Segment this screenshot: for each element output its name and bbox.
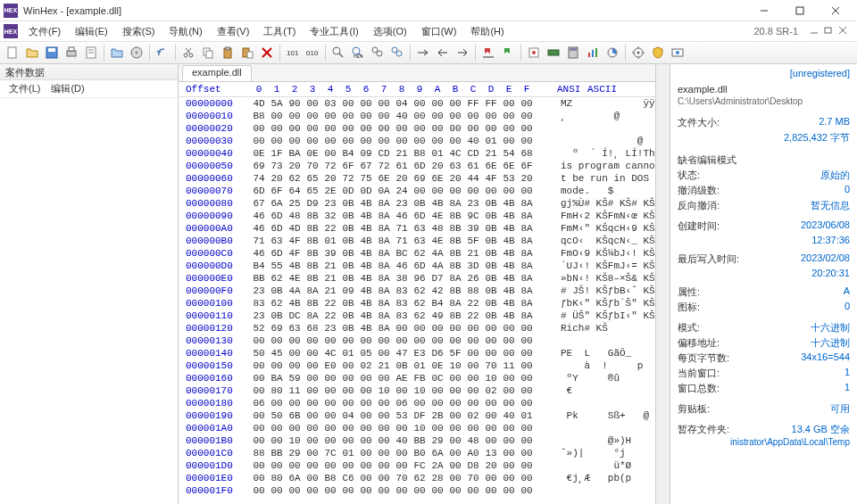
hex-ascii[interactable]: ´UJ‹! KŠFmJ‹= KŠ: [536, 260, 655, 272]
hex-row[interactable]: 0000017000801100000000100010000000020000…: [179, 384, 655, 397]
open-folder-icon[interactable]: [108, 44, 126, 62]
hex-row[interactable]: 0000005069732070726F6772616D2063616E6E6F…: [179, 160, 655, 172]
hex-col-header[interactable]: D: [482, 84, 500, 95]
find-hex-icon[interactable]: HEX: [349, 44, 367, 62]
hex-row[interactable]: 00000080676A25D9230B4B8A230B4B8A230B4B8A…: [179, 197, 655, 210]
hex-bytes[interactable]: 4D5A90000300000004000000FFFF0000: [250, 97, 536, 110]
hex-offset[interactable]: 000000B0: [179, 235, 250, 247]
hex-ascii[interactable]: FmM‹" KŠqcH‹9 KŠ: [536, 222, 655, 235]
offset-header[interactable]: Offset: [179, 84, 250, 95]
hex-col-header[interactable]: 2: [286, 84, 304, 95]
hex-ascii[interactable]: # ÜŠ" KŠƒbI‹" KŠ: [536, 310, 655, 322]
hex-offset[interactable]: 000001A0: [179, 422, 250, 434]
close-button[interactable]: [818, 0, 853, 21]
case-menu-file[interactable]: 文件(L): [4, 80, 46, 97]
hex-bytes[interactable]: 00000000E00002210B010E1000701100: [250, 359, 536, 372]
hex-ascii[interactable]: ¸ @: [536, 110, 620, 122]
hex-bytes[interactable]: 00000000000000000010000000000000: [250, 422, 536, 434]
hex-ascii[interactable]: Pk Sß+ @: [536, 409, 649, 422]
hex-bytes[interactable]: B4554B8B210B4B8A466D4A8B3D0B4B8A: [250, 260, 536, 272]
go-offset-icon[interactable]: [414, 44, 432, 62]
hex-row[interactable]: 000001A000000000000000000010000000000000: [179, 422, 655, 434]
hex-offset[interactable]: 000001B0: [179, 434, 250, 447]
hex-row[interactable]: 0000010083624B8B220B4B8A8362B48A220B4B8A…: [179, 297, 655, 310]
maximize-button[interactable]: [782, 0, 818, 21]
hex-row[interactable]: 000000B071634F8B010B4B8A71634E8B5F0B4B8A…: [179, 235, 655, 247]
tab-example-dll[interactable]: example.dll: [182, 65, 252, 81]
hex-bytes[interactable]: 83624B8B220B4B8A8362B48A220B4B8A: [250, 297, 536, 310]
hex-ascii[interactable]: [536, 335, 561, 347]
hex-ascii[interactable]: ƒbK‹" KŠƒb´Š" KŠ: [536, 297, 655, 310]
hex-offset[interactable]: 000000F0: [179, 285, 250, 297]
hex-row[interactable]: 0000013000000000000000000000000000000000: [179, 335, 655, 347]
hex-col-header[interactable]: 9: [411, 84, 428, 95]
hex-offset[interactable]: 00000030: [179, 135, 250, 147]
hex-offset[interactable]: 00000180: [179, 397, 250, 409]
hex-bytes[interactable]: B8000000000000004000000000000000: [250, 110, 536, 122]
hex-ascii[interactable]: @: [536, 135, 643, 147]
hex-offset[interactable]: 00000140: [179, 347, 250, 359]
hex-ascii[interactable]: »bN‹! KŠ8–×Š& KŠ: [536, 272, 655, 285]
hex-row[interactable]: 000001C088BB29007C01000000B06A00A0130000…: [179, 447, 655, 459]
analyze-icon[interactable]: [584, 44, 602, 62]
hex-col-header[interactable]: 8: [393, 84, 411, 95]
menu-edit[interactable]: 编辑(E): [68, 23, 115, 40]
hex-column-headers[interactable]: 0123456789ABCDEF: [250, 84, 536, 95]
mdi-restore-icon[interactable]: [823, 25, 836, 37]
hex-row[interactable]: 000001D0000000000000000000FC2A00D8200000…: [179, 459, 655, 472]
hex-row[interactable]: 000000004D5A90000300000004000000FFFF0000…: [179, 97, 655, 110]
hex-bytes[interactable]: 00000000000000000000000000000000: [250, 484, 536, 497]
hex-bytes[interactable]: 71634F8B010B4B8A71634E8B5F0B4B8A: [250, 235, 536, 247]
hex-col-header[interactable]: 0: [250, 84, 268, 95]
hex-offset[interactable]: 00000050: [179, 160, 250, 172]
hex-bytes[interactable]: 0E1FBA0E00B409CD21B8014CCD215468: [250, 147, 536, 160]
hex-row[interactable]: 000001B0000010000000000040BB290048000000…: [179, 434, 655, 447]
hex-ascii[interactable]: # JŠ! KŠƒbB‹ˆ KŠ: [536, 285, 655, 297]
hex-bytes[interactable]: 000000000000000000FC2A00D8200000: [250, 459, 536, 472]
hex-ascii[interactable]: FmH‹2 KŠFmN‹œ KŠ: [536, 210, 655, 222]
hex-offset[interactable]: 00000150: [179, 359, 250, 372]
hex-row[interactable]: 0000016000BA590000000000AEFB0C0000100000…: [179, 372, 655, 384]
hex-bytes[interactable]: BB624E8B210B4B8A3896D78A260B4B8A: [250, 272, 536, 285]
hex-ascii[interactable]: à ! p: [536, 359, 643, 372]
hex-bytes[interactable]: 69732070726F6772616D2063616E6E6F: [250, 160, 536, 172]
paste-icon[interactable]: [219, 44, 237, 62]
find-multi-icon[interactable]: [369, 44, 387, 62]
hex-offset[interactable]: 00000190: [179, 409, 250, 422]
go-back-icon[interactable]: [434, 44, 452, 62]
mdi-close-icon[interactable]: [837, 25, 850, 37]
hex-offset[interactable]: 00000120: [179, 322, 250, 335]
hex-bytes[interactable]: 00806A00B8C600007062280070000000: [250, 472, 536, 484]
menu-navigate[interactable]: 导航(N): [162, 23, 209, 40]
hex-row[interactable]: 000000C0466D4F8B390B4B8ABC624A8B210B4B8A…: [179, 247, 655, 260]
minimize-button[interactable]: [746, 0, 782, 21]
hex-bytes[interactable]: 00801100000000100010000000020000: [250, 384, 536, 397]
open-file-icon[interactable]: [23, 44, 41, 62]
hex-bytes[interactable]: 00000000000000000000000000000000: [250, 335, 536, 347]
hex-ascii[interactable]: Rich# KŠ: [536, 322, 608, 335]
hex-ascii[interactable]: @»)H: [536, 434, 631, 447]
hex-row[interactable]: 0000012052696368230B4B8A0000000000000000…: [179, 322, 655, 335]
find-multi-hex-icon[interactable]: [388, 44, 406, 62]
calculator-icon[interactable]: [564, 44, 582, 62]
copy-icon[interactable]: [199, 44, 217, 62]
hex-row[interactable]: 000001E000806A00B8C600007062280070000000…: [179, 472, 655, 484]
hex-ascii[interactable]: º ´ Í!¸ LÍ!Th: [536, 147, 655, 160]
hex-bytes[interactable]: 504500004C01050047E3D65F00000000: [250, 347, 536, 359]
find-text-icon[interactable]: [329, 44, 347, 62]
hex-offset[interactable]: 000000E0: [179, 272, 250, 285]
menu-search[interactable]: 搜索(S): [115, 23, 162, 40]
go-forward-icon[interactable]: [453, 44, 471, 62]
delete-icon[interactable]: [258, 44, 276, 62]
hex-row[interactable]: 000000400E1FBA0E00B409CD21B8014CCD215468…: [179, 147, 655, 160]
hex-ascii[interactable]: qcO‹ KŠqcN‹_ KŠ: [536, 235, 655, 247]
case-menu-edit[interactable]: 编辑(D): [46, 80, 89, 97]
menu-view[interactable]: 查看(V): [210, 23, 257, 40]
hex-offset[interactable]: 000000C0: [179, 247, 250, 260]
options-viewer-icon[interactable]: [669, 44, 686, 62]
hex-bytes[interactable]: 466D4D8B220B4B8A7163488B390B4B8A: [250, 222, 536, 235]
hex-ascii[interactable]: gj%Ù# KŠ# KŠ# KŠ: [536, 197, 655, 210]
hex-ascii[interactable]: [536, 422, 561, 434]
hex-offset[interactable]: 00000100: [179, 297, 250, 310]
hex-bytes[interactable]: 230B4A8A21094B8A8362428B880B4B8A: [250, 285, 536, 297]
